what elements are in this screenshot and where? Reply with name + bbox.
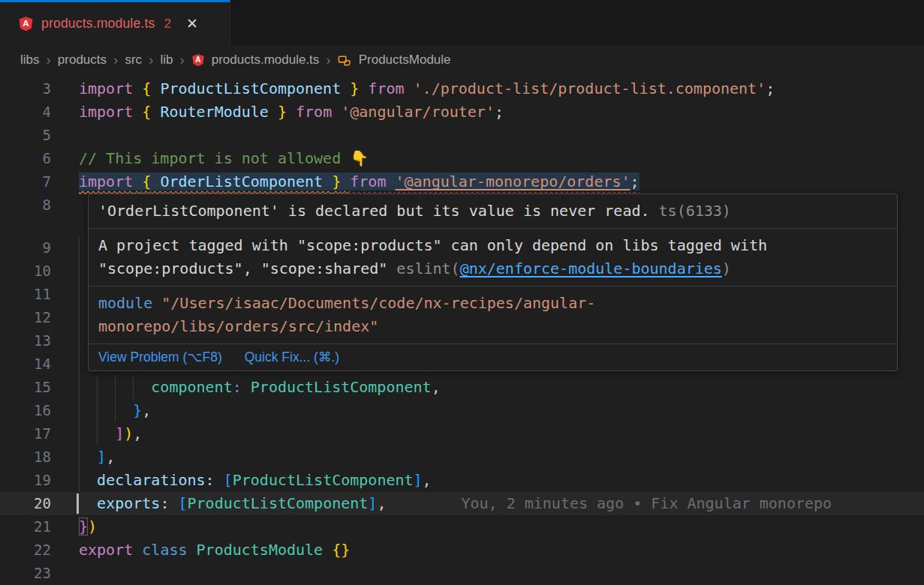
chevron-right-icon: › [326,52,330,67]
vscode-window: A products.module.ts 2 ✕ libs › products… [0,0,924,585]
line-number[interactable]: 12 [0,306,51,329]
code-line-content [51,562,924,585]
breadcrumb: libs › products › src › lib › A products… [0,45,924,75]
text-cursor [77,494,79,514]
hover-message: module "/Users/isaac/Documents/code/nx-r… [89,286,897,344]
code-line-content: import { ProductListComponent } from './… [51,77,924,100]
hover-message: 'OrderListComponent' is declared but its… [89,194,897,229]
code-line-23[interactable]: 23 [0,562,924,585]
code-line-15[interactable]: 15 component: ProductListComponent, [0,376,924,399]
code-line-6[interactable]: 6// This import is not allowed 👇 [0,147,924,170]
tab-bar: A products.module.ts 2 ✕ [0,0,924,45]
code-line-content: ], [51,446,924,469]
code-line-4[interactable]: 4import { RouterModule } from '@angular/… [0,100,924,124]
breadcrumb-symbol[interactable]: ProductsModule [359,52,451,68]
line-number[interactable]: 17 [0,422,51,446]
code-line-content [51,124,924,147]
code-line-18[interactable]: 18 ], [0,446,924,469]
angular-icon: A [191,53,205,67]
code-line-19[interactable]: 19 declarations: [ProductListComponent], [0,469,924,492]
line-number[interactable]: 5 [0,124,51,147]
code-line-16[interactable]: 16 }, [0,399,924,422]
chevron-right-icon: › [149,52,153,67]
line-number[interactable]: 11 [0,283,51,306]
code-line-3[interactable]: 3import { ProductListComponent } from '.… [0,77,924,100]
hover-messages: 'OrderListComponent' is declared but its… [89,194,897,344]
code-line-content: export class ProductsModule {} [51,538,924,562]
line-number[interactable]: 4 [0,100,51,124]
code-line-content: ]), [51,422,924,446]
tab-products-module[interactable]: A products.module.ts 2 ✕ [0,0,230,45]
svg-text:A: A [195,56,201,64]
line-number[interactable]: 23 [0,562,51,585]
indent-guide [79,376,80,399]
indent-guide [97,399,98,422]
angular-icon: A [18,16,34,32]
breadcrumb-item-libs[interactable]: libs [20,52,40,68]
line-number[interactable]: 18 [0,446,51,469]
tab-problem-count-badge: 2 [164,16,170,32]
chevron-right-icon: › [47,52,51,67]
line-number[interactable]: 20 [0,492,51,515]
line-number[interactable]: 10 [0,260,51,283]
code-line-5[interactable]: 5 [0,124,924,147]
breadcrumb-item-lib[interactable]: lib [160,52,173,68]
code-line-content: import { OrderListComponent } from '@ang… [51,170,924,194]
line-number[interactable]: 8 [0,194,51,217]
code-line-content: exports: [ProductListComponent],You, 2 m… [51,492,924,515]
code-line-content: }) [51,515,924,538]
quick-fix-link[interactable]: Quick Fix... (⌘.) [245,350,339,365]
hover-action-bar: View Problem (⌥F8) Quick Fix... (⌘.) [89,344,897,370]
indent-guide [79,236,80,260]
code-line-7[interactable]: 7import { OrderListComponent } from '@an… [0,170,924,194]
indent-guide [97,376,98,399]
code-line-content: import { RouterModule } from '@angular/r… [51,100,924,124]
indent-guide [79,446,80,469]
squiggle-segment: import { OrderListComponent } [79,172,350,190]
line-number[interactable]: 21 [0,515,51,538]
indent-guide [79,469,80,492]
svg-text:A: A [23,18,29,28]
chevron-right-icon: › [179,52,184,67]
code-line-17[interactable]: 17 ]), [0,422,924,446]
code-line-content: declarations: [ProductListComponent], [51,469,924,492]
indent-guide [115,399,116,422]
code-line-content: // This import is not allowed 👇 [51,147,924,170]
code-line-content: }, [51,399,924,422]
line-number[interactable]: 13 [0,329,51,352]
code-line-21[interactable]: 21}) [0,515,924,538]
line-number[interactable]: 9 [0,236,51,260]
breadcrumb-file[interactable]: products.module.ts [212,52,320,68]
indent-guide [79,283,80,306]
close-icon[interactable]: ✕ [186,16,198,31]
line-number[interactable]: 3 [0,77,51,100]
view-problem-link[interactable]: View Problem (⌥F8) [98,350,222,365]
code-line-content: component: ProductListComponent, [51,376,924,399]
breadcrumb-item-src[interactable]: src [125,52,142,68]
indent-guide [79,422,80,446]
line-number[interactable]: 7 [0,170,51,194]
line-number[interactable]: 22 [0,538,51,562]
line-number[interactable]: 16 [0,399,51,422]
diagnostic-hover-popup: 'OrderListComponent' is declared but its… [88,194,898,371]
hover-message: A project tagged with "scope:products" c… [89,229,897,286]
indent-guide [115,376,116,399]
eslint-rule-link[interactable]: @nx/enforce-module-boundaries [460,260,722,278]
line-number[interactable]: 14 [0,352,51,376]
indent-guide [79,352,80,376]
indent-guide [79,399,80,422]
class-symbol-icon [338,53,352,68]
indent-guide [97,422,98,446]
code-line-22[interactable]: 22export class ProductsModule {} [0,538,924,562]
squiggle-segment: from '@angular-monorepo/orders'; [350,172,639,190]
indent-guide [133,376,134,399]
breadcrumb-item-products[interactable]: products [58,52,107,68]
line-number[interactable]: 6 [0,147,51,170]
indent-guide [79,260,80,283]
indent-guide [79,329,80,352]
indent-guide [79,306,80,329]
tab-title: products.module.ts [41,16,155,32]
line-number[interactable]: 19 [0,469,51,492]
code-line-20[interactable]: 20 exports: [ProductListComponent],You, … [0,492,924,515]
line-number[interactable]: 15 [0,376,51,399]
